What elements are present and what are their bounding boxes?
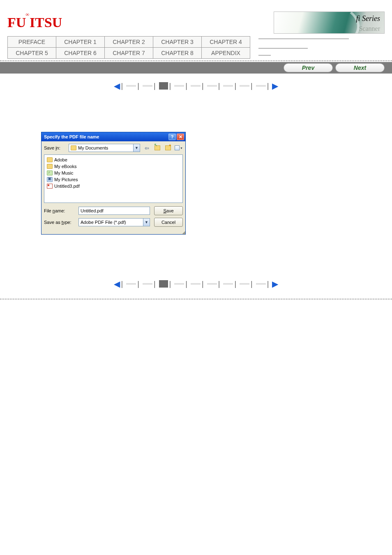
prev-button[interactable]: Prev [284,63,333,72]
page-nav-bar: Prev Next [0,62,392,74]
pager-seg-1[interactable] [126,283,136,285]
file-list[interactable]: Adobe My eBooks My Music My Pictures Unt… [44,154,183,203]
file-name-input[interactable]: Untitled.pdf [78,207,150,215]
pager-seg-8[interactable] [240,283,249,285]
next-button[interactable]: Next [335,63,385,72]
pager-bottom: ◀| | | | | | | | | | ▶ [0,272,392,297]
nav-chapter-4[interactable]: CHAPTER 4 [202,37,250,47]
music-folder-icon [47,170,53,175]
list-item[interactable]: My Pictures [47,176,180,182]
nav-trailing-lines [250,36,385,59]
nav-chapter-2[interactable]: CHAPTER 2 [105,37,153,47]
new-folder-icon[interactable] [164,144,172,152]
logo-infinity-icon: ∞ [25,12,29,18]
list-item[interactable]: My eBooks [47,163,180,169]
pager-prev-icon[interactable]: ◀ [114,81,120,90]
pager-seg-6[interactable] [207,85,217,87]
folder-icon [71,145,76,150]
pager-seg-5[interactable] [191,283,201,285]
nav-chapter-5[interactable]: CHAPTER 5 [8,48,56,58]
list-item[interactable]: Adobe [47,157,180,163]
pager-seg-7[interactable] [223,85,233,87]
resize-grip-icon[interactable]: ◢ [42,230,185,234]
titlebar-close-button[interactable]: ✕ [177,134,184,140]
nav-chapter-6[interactable]: CHAPTER 6 [56,48,104,58]
list-item-label: My eBooks [54,164,76,169]
save-in-value: My Documents [78,145,133,150]
pager-seg-4[interactable] [174,85,184,87]
save-as-type-value: Adobe PDF File (*.pdf) [81,220,126,225]
file-name-value: Untitled.pdf [81,208,104,213]
pager-seg-9[interactable] [256,85,266,87]
dotted-divider [0,60,392,61]
select-dropdown-icon[interactable]: ▼ [143,219,150,226]
pager-seg-5[interactable] [191,85,201,87]
pager-seg-6[interactable] [207,283,217,285]
brand-logo: FU∞ITSU [7,15,62,30]
nav-chapter-7[interactable]: CHAPTER 7 [105,48,153,58]
pdf-file-icon [47,184,53,189]
pager-seg-2[interactable] [143,85,152,87]
nav-preface[interactable]: PREFACE [8,37,56,47]
views-menu-icon[interactable]: ▼ [175,144,183,152]
nav-chapter-8[interactable]: CHAPTER 8 [153,48,201,58]
save-in-label: Save in: [44,145,66,150]
folder-icon [47,164,53,169]
header-banner: fi Series Scanner [274,12,385,34]
pager-next-icon[interactable]: ▶ [272,81,278,90]
list-item-label: Untitled3.pdf [54,184,80,189]
list-item-label: Adobe [54,157,67,162]
pager-seg-current[interactable] [159,82,168,90]
save-as-type-select[interactable]: Adobe PDF File (*.pdf) ▼ [78,218,150,226]
dialog-title: Specify the PDF file name [44,134,168,139]
chapter-nav-table: PREFACE CHAPTER 1 CHAPTER 2 CHAPTER 3 CH… [7,36,250,59]
pager-seg-4[interactable] [174,283,184,285]
pager-seg-1[interactable] [126,85,136,87]
list-item[interactable]: My Music [47,170,180,176]
save-pdf-dialog: Specify the PDF file name ? ✕ Save in: M… [41,132,186,235]
pager-seg-current[interactable] [159,280,168,288]
pager-seg-9[interactable] [256,283,266,285]
logo-text: FU∞ITSU [7,15,62,30]
dotted-divider [0,299,392,299]
list-item-label: My Music [54,170,73,175]
banner-swirl [294,12,360,34]
up-one-level-icon[interactable] [153,144,161,152]
pictures-folder-icon [47,177,53,182]
titlebar-help-button[interactable]: ? [168,134,176,140]
file-name-label: File name: [44,208,74,213]
nav-chapter-3[interactable]: CHAPTER 3 [153,37,201,47]
list-item-label: My Pictures [54,177,78,182]
pager-next-icon[interactable]: ▶ [272,279,278,288]
folder-icon [47,157,53,162]
save-button[interactable]: Save [154,206,183,215]
banner-series-text: fi Series [356,14,380,23]
pager-top: ◀| | | | | | | | | | ▶ [0,74,392,99]
banner-scanner-text: Scanner [359,25,380,32]
dialog-titlebar[interactable]: Specify the PDF file name ? ✕ [42,132,185,141]
pager-prev-icon[interactable]: ◀ [114,279,120,288]
back-icon[interactable]: ⇦ [143,144,151,152]
save-in-combo[interactable]: My Documents ▼ [69,144,140,152]
combo-dropdown-icon[interactable]: ▼ [133,144,140,152]
pager-seg-7[interactable] [223,283,233,285]
list-item[interactable]: Untitled3.pdf [47,183,180,189]
save-as-type-label: Save as type: [44,220,74,225]
pager-seg-8[interactable] [240,85,249,87]
pager-seg-2[interactable] [143,283,152,285]
nav-chapter-1[interactable]: CHAPTER 1 [56,37,104,47]
nav-appendix[interactable]: APPENDIX [202,48,250,58]
cancel-button[interactable]: Cancel [154,218,183,227]
